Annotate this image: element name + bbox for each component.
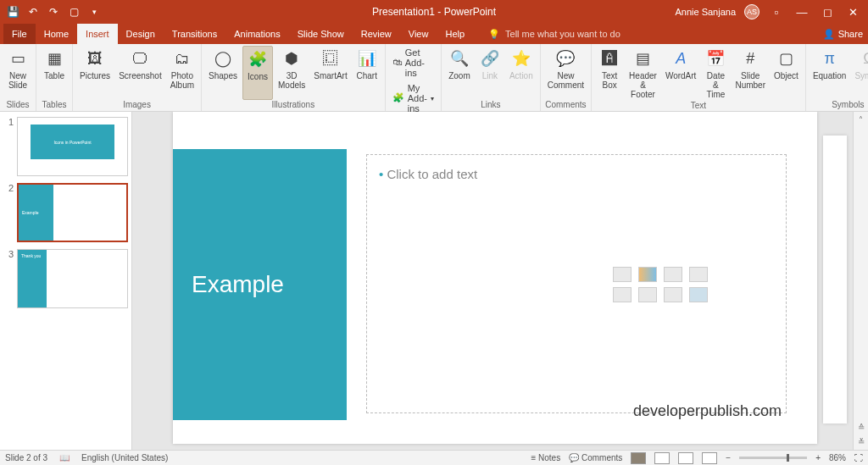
smartart-button[interactable]: ⿴SmartArt	[310, 46, 350, 100]
content-placeholder[interactable]: Click to add text	[366, 154, 787, 413]
slide-thumbnail-2[interactable]: Example	[17, 183, 128, 242]
slide-counter[interactable]: Slide 2 of 3	[5, 453, 47, 462]
user-avatar[interactable]: AS	[744, 4, 760, 19]
slide-thumbnails-panel[interactable]: 1 Icons in PowerPoint 2 Example 3 Thank …	[0, 112, 132, 450]
zoom-button[interactable]: 🔍Zoom	[445, 46, 474, 100]
action-button[interactable]: ⭐Action	[506, 46, 537, 100]
tab-animations[interactable]: Animations	[225, 24, 288, 44]
date-time-icon: 📅	[704, 47, 726, 69]
smartart-icon: ⿴	[320, 47, 342, 69]
normal-view-icon[interactable]	[631, 452, 646, 464]
insert-3d-icon[interactable]	[689, 267, 708, 282]
screenshot-button[interactable]: 🖵Screenshot	[115, 46, 165, 100]
group-tables: Tables	[40, 100, 69, 111]
slide-number-button[interactable]: #Slide Number	[732, 46, 769, 101]
tab-home[interactable]: Home	[36, 24, 77, 44]
maximize-icon[interactable]: ◻	[819, 6, 836, 19]
tab-file[interactable]: File	[3, 24, 36, 44]
spellcheck-icon[interactable]: 📖	[59, 453, 70, 462]
slide-thumbnail-3[interactable]: Thank you	[17, 249, 128, 308]
next-slide-icon[interactable]: ≚	[858, 437, 865, 446]
symbol-button[interactable]: ΩSymbol	[851, 46, 868, 100]
ribbon: ▭New Slide Slides ▦Table Tables 🖼Picture…	[0, 44, 868, 112]
slide-thumbnail-1[interactable]: Icons in PowerPoint	[17, 117, 128, 176]
chart-button[interactable]: 📊Chart	[353, 46, 381, 100]
my-addins-button[interactable]: 🧩My Add-ins ▾	[389, 81, 437, 115]
previous-slide-icon[interactable]: ≙	[858, 423, 865, 432]
insert-online-pictures-icon[interactable]	[638, 287, 657, 302]
comments-button[interactable]: 💬 Comments	[569, 453, 622, 462]
slide-number-icon: #	[739, 47, 761, 69]
slide-title[interactable]: Example	[173, 149, 347, 420]
lightbulb-icon: 💡	[488, 29, 500, 40]
header-footer-button[interactable]: ▤Header & Footer	[626, 46, 660, 101]
workspace: 1 Icons in PowerPoint 2 Example 3 Thank …	[0, 112, 868, 450]
shapes-button[interactable]: ◯Shapes	[205, 46, 241, 100]
zoom-slider[interactable]	[739, 457, 807, 459]
title-bar: 💾 ↶ ↷ ▢ ▾ Presentation1 - PowerPoint Ann…	[0, 0, 868, 24]
share-button[interactable]: 👤 Share	[823, 24, 863, 44]
photo-album-icon: 🗂	[171, 47, 193, 69]
addins-icon: 🧩	[392, 92, 404, 104]
new-slide-icon: ▭	[7, 47, 29, 69]
zoom-icon: 🔍	[448, 47, 470, 69]
minimize-icon[interactable]: —	[793, 6, 810, 19]
new-comment-button[interactable]: 💬New Comment	[544, 46, 587, 100]
start-from-beginning-icon[interactable]: ▢	[68, 6, 80, 18]
3d-models-button[interactable]: ⬢3D Models	[275, 46, 309, 100]
table-button[interactable]: ▦Table	[40, 46, 69, 100]
group-slides: Slides	[3, 100, 32, 111]
group-symbols: Symbols	[810, 100, 868, 111]
zoom-level[interactable]: 86%	[829, 453, 846, 462]
redo-icon[interactable]: ↷	[47, 6, 59, 18]
tab-help[interactable]: Help	[437, 24, 473, 44]
tab-design[interactable]: Design	[118, 24, 164, 44]
zoom-in-icon[interactable]: +	[815, 453, 821, 462]
chart-icon: 📊	[356, 47, 378, 69]
notes-button[interactable]: ≡ Notes	[531, 453, 560, 462]
insert-video-icon[interactable]	[664, 287, 682, 302]
qat-customize-icon[interactable]: ▾	[88, 6, 100, 18]
insert-table-icon[interactable]	[613, 267, 632, 282]
tab-transitions[interactable]: Transitions	[164, 24, 225, 44]
editor-side-controls: ˄ ≙ ≚	[853, 112, 868, 450]
shapes-icon: ◯	[212, 47, 234, 69]
new-slide-button[interactable]: ▭New Slide	[3, 46, 32, 100]
tab-insert[interactable]: Insert	[77, 24, 118, 44]
close-icon[interactable]: ✕	[844, 6, 861, 19]
tab-view[interactable]: View	[400, 24, 437, 44]
fit-to-window-icon[interactable]: ⛶	[854, 453, 863, 462]
undo-icon[interactable]: ↶	[27, 6, 39, 18]
slide-sorter-view-icon[interactable]	[654, 452, 670, 464]
link-button[interactable]: 🔗Link	[476, 46, 504, 100]
current-slide[interactable]: Example Click to add text developerpubli…	[173, 112, 817, 444]
reading-view-icon[interactable]	[678, 452, 693, 464]
zoom-out-icon[interactable]: −	[726, 453, 731, 462]
get-addins-button[interactable]: 🛍Get Add-ins	[389, 46, 437, 80]
date-time-button[interactable]: 📅Date & Time	[701, 46, 730, 101]
save-icon[interactable]: 💾	[7, 6, 19, 18]
insert-icons-icon[interactable]	[689, 287, 708, 302]
textbox-button[interactable]: 🅰Text Box	[595, 46, 624, 101]
insert-chart-icon[interactable]	[638, 267, 657, 282]
icons-button[interactable]: 🧩Icons	[242, 46, 273, 100]
wordart-button[interactable]: AWordArt	[662, 46, 700, 101]
slide-editor[interactable]: Example Click to add text developerpubli…	[132, 112, 868, 450]
pictures-button[interactable]: 🖼Pictures	[76, 46, 114, 100]
insert-pictures-icon[interactable]	[613, 287, 632, 302]
share-label: Share	[838, 29, 863, 39]
equation-button[interactable]: πEquation	[810, 46, 849, 100]
user-name[interactable]: Annie Sanjana	[675, 7, 736, 17]
insert-smartart-icon[interactable]	[664, 267, 682, 282]
photo-album-button[interactable]: 🗂Photo Album	[167, 46, 198, 100]
table-icon: ▦	[43, 47, 65, 69]
slideshow-view-icon[interactable]	[702, 452, 717, 464]
object-button[interactable]: ▢Object	[771, 46, 802, 101]
language-status[interactable]: English (United States)	[81, 453, 168, 462]
collapse-ribbon-icon[interactable]: ˄	[859, 115, 863, 125]
tab-review[interactable]: Review	[353, 24, 400, 44]
ribbon-display-icon[interactable]: ▫	[768, 6, 785, 19]
tell-me-search[interactable]: 💡 Tell me what you want to do	[473, 24, 620, 44]
placeholder-text[interactable]: Click to add text	[379, 167, 477, 181]
tab-slideshow[interactable]: Slide Show	[289, 24, 353, 44]
